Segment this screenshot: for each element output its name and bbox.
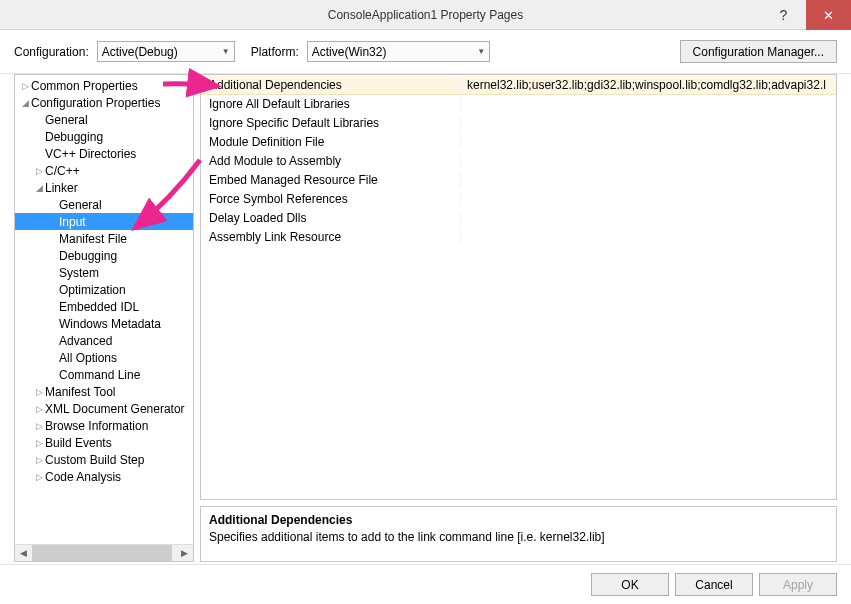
- tree-item-manifest-tool[interactable]: ▷Manifest Tool: [15, 383, 193, 400]
- property-row[interactable]: Ignore Specific Default Libraries: [201, 113, 836, 132]
- property-name: Ignore All Default Libraries: [201, 97, 461, 111]
- tree-item-linker-general[interactable]: General: [15, 196, 193, 213]
- property-row[interactable]: Delay Loaded Dlls: [201, 208, 836, 227]
- help-button[interactable]: ?: [761, 0, 806, 30]
- horizontal-scrollbar[interactable]: ◀ ▶: [15, 544, 193, 561]
- tree-item-linker-embedded-idl[interactable]: Embedded IDL: [15, 298, 193, 315]
- tree-item-xml-document-generator[interactable]: ▷XML Document Generator: [15, 400, 193, 417]
- property-name: Embed Managed Resource File: [201, 173, 461, 187]
- tree-item-ccpp[interactable]: ▷C/C++: [15, 162, 193, 179]
- cancel-button[interactable]: Cancel: [675, 573, 753, 596]
- description-text: Specifies additional items to add to the…: [209, 530, 828, 544]
- tree-item-linker[interactable]: ◢Linker: [15, 179, 193, 196]
- configuration-value: Active(Debug): [102, 45, 178, 59]
- tree-item-configuration-properties[interactable]: ◢Configuration Properties: [15, 94, 193, 111]
- apply-button[interactable]: Apply: [759, 573, 837, 596]
- property-name: Add Module to Assembly: [201, 154, 461, 168]
- tree-item-linker-input[interactable]: Input: [15, 213, 193, 230]
- property-name: Delay Loaded Dlls: [201, 211, 461, 225]
- property-row[interactable]: Force Symbol References: [201, 189, 836, 208]
- property-tree-panel: ▷Common Properties ◢Configuration Proper…: [14, 74, 194, 562]
- tree-item-linker-system[interactable]: System: [15, 264, 193, 281]
- dialog-footer: OK Cancel Apply: [0, 564, 851, 604]
- tree-item-linker-windows-metadata[interactable]: Windows Metadata: [15, 315, 193, 332]
- property-row[interactable]: Add Module to Assembly: [201, 151, 836, 170]
- tree-item-general[interactable]: General: [15, 111, 193, 128]
- platform-label: Platform:: [251, 45, 299, 59]
- tree-item-build-events[interactable]: ▷Build Events: [15, 434, 193, 451]
- scrollbar-left-icon[interactable]: ◀: [15, 545, 32, 561]
- property-row[interactable]: Ignore All Default Libraries: [201, 94, 836, 113]
- tree-item-linker-optimization[interactable]: Optimization: [15, 281, 193, 298]
- description-title: Additional Dependencies: [209, 513, 828, 527]
- tree-item-linker-command-line[interactable]: Command Line: [15, 366, 193, 383]
- configuration-label: Configuration:: [14, 45, 89, 59]
- scrollbar-thumb[interactable]: [32, 545, 172, 561]
- platform-value: Active(Win32): [312, 45, 387, 59]
- scrollbar-right-icon[interactable]: ▶: [176, 545, 193, 561]
- platform-dropdown[interactable]: Active(Win32) ▼: [307, 41, 490, 62]
- tree-item-linker-manifest-file[interactable]: Manifest File: [15, 230, 193, 247]
- tree-item-vcpp-directories[interactable]: VC++ Directories: [15, 145, 193, 162]
- property-grid[interactable]: Additional Dependencieskernel32.lib;user…: [200, 74, 837, 500]
- property-name: Module Definition File: [201, 135, 461, 149]
- property-tree[interactable]: ▷Common Properties ◢Configuration Proper…: [15, 75, 193, 544]
- property-row[interactable]: Embed Managed Resource File: [201, 170, 836, 189]
- tree-item-debugging[interactable]: Debugging: [15, 128, 193, 145]
- property-row[interactable]: Assembly Link Resource: [201, 227, 836, 246]
- property-name: Assembly Link Resource: [201, 230, 461, 244]
- window-title: ConsoleApplication1 Property Pages: [328, 8, 523, 22]
- property-name: Force Symbol References: [201, 192, 461, 206]
- property-row[interactable]: Additional Dependencieskernel32.lib;user…: [201, 75, 836, 94]
- tree-item-linker-debugging[interactable]: Debugging: [15, 247, 193, 264]
- tree-item-linker-all-options[interactable]: All Options: [15, 349, 193, 366]
- chevron-down-icon: ▼: [222, 47, 230, 56]
- tree-item-common-properties[interactable]: ▷Common Properties: [15, 77, 193, 94]
- tree-item-custom-build-step[interactable]: ▷Custom Build Step: [15, 451, 193, 468]
- property-value[interactable]: kernel32.lib;user32.lib;gdi32.lib;winspo…: [461, 78, 836, 92]
- close-button[interactable]: ✕: [806, 0, 851, 30]
- configuration-dropdown[interactable]: Active(Debug) ▼: [97, 41, 235, 62]
- tree-item-code-analysis[interactable]: ▷Code Analysis: [15, 468, 193, 485]
- chevron-down-icon: ▼: [477, 47, 485, 56]
- configuration-manager-button[interactable]: Configuration Manager...: [680, 40, 837, 63]
- ok-button[interactable]: OK: [591, 573, 669, 596]
- property-name: Ignore Specific Default Libraries: [201, 116, 461, 130]
- title-bar: ConsoleApplication1 Property Pages ? ✕: [0, 0, 851, 30]
- tree-item-browse-information[interactable]: ▷Browse Information: [15, 417, 193, 434]
- tree-item-linker-advanced[interactable]: Advanced: [15, 332, 193, 349]
- description-panel: Additional Dependencies Specifies additi…: [200, 506, 837, 562]
- property-name: Additional Dependencies: [201, 78, 461, 92]
- property-row[interactable]: Module Definition File: [201, 132, 836, 151]
- configuration-bar: Configuration: Active(Debug) ▼ Platform:…: [0, 30, 851, 74]
